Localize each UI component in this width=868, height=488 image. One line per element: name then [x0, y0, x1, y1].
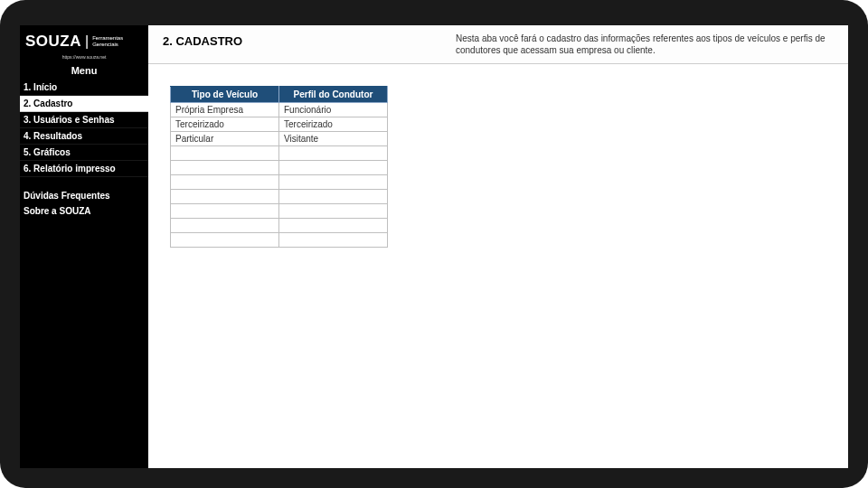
cell-perfil[interactable]: Terceirizado	[279, 117, 388, 132]
cell-perfil[interactable]: Funcionário	[279, 103, 388, 117]
sidebar-item-relatorio[interactable]: 6. Relatório impresso	[20, 161, 148, 177]
sidebar-item-cadastro[interactable]: 2. Cadastro	[20, 96, 148, 112]
cell-tipo[interactable]	[171, 161, 279, 175]
logo-subtitle: FerramentasGerenciais	[92, 35, 123, 47]
table-row	[171, 161, 388, 175]
col-header-perfil: Perfil do Condutor	[279, 87, 388, 103]
col-header-tipo: Tipo de Veículo	[171, 87, 279, 103]
page-header: 2. CADASTRO Nesta aba você fará o cadast…	[148, 25, 848, 64]
tablet-frame: SOUZA | FerramentasGerenciais https://ww…	[0, 0, 868, 488]
cell-tipo[interactable]	[171, 175, 279, 190]
cell-tipo[interactable]: Terceirizado	[171, 117, 279, 132]
sidebar-item-usuarios[interactable]: 3. Usuários e Senhas	[20, 112, 148, 128]
cell-tipo[interactable]	[171, 219, 279, 233]
table-row	[171, 233, 388, 248]
table-row	[171, 204, 388, 219]
cell-tipo[interactable]	[171, 233, 279, 248]
table-row	[171, 146, 388, 161]
logo-text: SOUZA	[25, 33, 81, 51]
table-row: ParticularVisitante	[171, 132, 388, 146]
cell-tipo[interactable]: Própria Empresa	[171, 103, 279, 117]
cell-perfil[interactable]	[279, 175, 388, 190]
cell-tipo[interactable]	[171, 146, 279, 161]
cell-perfil[interactable]: Visitante	[279, 132, 388, 146]
app-screen: SOUZA | FerramentasGerenciais https://ww…	[20, 25, 848, 468]
table-row: Própria EmpresaFuncionário	[171, 103, 388, 117]
page-description: Nesta aba você fará o cadastro das infor…	[456, 25, 848, 63]
cell-perfil[interactable]	[279, 204, 388, 219]
cell-tipo[interactable]	[171, 204, 279, 219]
content-area: Tipo de Veículo Perfil do Condutor Própr…	[148, 64, 848, 248]
logo-divider: |	[85, 34, 89, 49]
cell-perfil[interactable]	[279, 146, 388, 161]
sidebar-item-inicio[interactable]: 1. Início	[20, 80, 148, 96]
sidebar-item-faq[interactable]: Dúvidas Frequentes	[20, 188, 148, 203]
cell-perfil[interactable]	[279, 233, 388, 248]
sidebar-item-graficos[interactable]: 5. Gráficos	[20, 145, 148, 161]
table-body: Própria EmpresaFuncionário TerceirizadoT…	[171, 103, 388, 248]
table-row	[171, 219, 388, 233]
logo: SOUZA | FerramentasGerenciais	[20, 33, 148, 56]
cell-tipo[interactable]	[171, 190, 279, 204]
logo-url: https://www.souza.net	[20, 54, 148, 60]
cadastro-table: Tipo de Veículo Perfil do Condutor Própr…	[170, 86, 388, 248]
sidebar: SOUZA | FerramentasGerenciais https://ww…	[20, 25, 148, 468]
table-row	[171, 175, 388, 190]
cell-tipo[interactable]: Particular	[171, 132, 279, 146]
sidebar-item-about[interactable]: Sobre a SOUZA	[20, 203, 148, 219]
main-area: 2. CADASTRO Nesta aba você fará o cadast…	[148, 25, 848, 468]
cell-perfil[interactable]	[279, 219, 388, 233]
cell-perfil[interactable]	[279, 190, 388, 204]
table-row: TerceirizadoTerceirizado	[171, 117, 388, 132]
page-title: 2. CADASTRO	[148, 25, 456, 63]
table-row	[171, 190, 388, 204]
cell-perfil[interactable]	[279, 161, 388, 175]
sidebar-item-resultados[interactable]: 4. Resultados	[20, 128, 148, 145]
menu-heading: Menu	[20, 63, 148, 80]
